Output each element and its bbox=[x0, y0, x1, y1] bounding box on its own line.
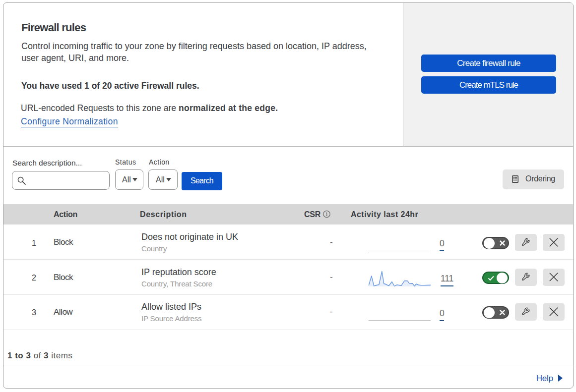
svg-text:i: i bbox=[326, 211, 328, 218]
